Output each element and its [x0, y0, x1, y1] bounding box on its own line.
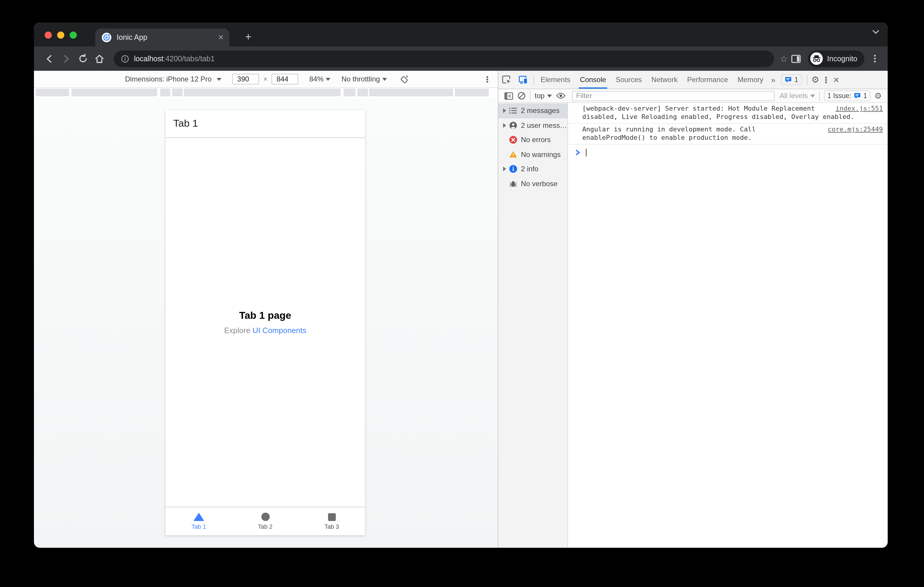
devtools-tab-performance[interactable]: Performance [682, 71, 733, 89]
disclosure-triangle-icon[interactable] [503, 167, 506, 172]
console-prompt[interactable] [568, 145, 888, 156]
console-issue-count: 1 [863, 92, 867, 99]
site-info-icon[interactable] [121, 54, 129, 63]
devtools-tab-memory[interactable]: Memory [733, 71, 768, 89]
console-message-text: [webpack-dev-server] Server started: Hot… [582, 105, 854, 120]
tab-title: Ionic App [117, 33, 218, 42]
log-levels-select[interactable]: All levels [780, 92, 815, 100]
new-tab-button[interactable]: + [240, 28, 257, 45]
text-cursor [586, 149, 586, 156]
console-settings-icon[interactable]: ⚙ [874, 91, 882, 100]
devtools-tab-elements[interactable]: Elements [536, 71, 575, 89]
media-query-segment [343, 89, 355, 96]
home-button[interactable] [91, 50, 108, 67]
app-header-title: Tab 1 [173, 118, 198, 130]
more-tabs-chevron[interactable]: » [768, 75, 778, 84]
console-sidebar-item[interactable]: No verbose [498, 176, 568, 191]
media-query-segment [160, 89, 170, 96]
console-sidebar-item[interactable]: 2 info [498, 162, 568, 176]
device-width-input[interactable] [233, 74, 259, 84]
tab-close-icon[interactable]: ✕ [218, 33, 224, 42]
reload-button[interactable] [74, 50, 91, 67]
console-sidebar-item[interactable]: 2 user messages [498, 118, 568, 133]
devtools-settings-icon[interactable]: ⚙ [812, 74, 820, 85]
disclosure-triangle-icon[interactable] [503, 109, 506, 113]
device-dimensions-select[interactable]: Dimensions: iPhone 12 Pro [125, 75, 222, 83]
traffic-lights [45, 31, 77, 39]
device-toolbar-menu-icon[interactable] [487, 78, 488, 80]
console-source-link[interactable]: index.js:551 [836, 105, 883, 113]
live-expression-eye-icon[interactable] [554, 90, 567, 102]
console-filter-input[interactable] [572, 91, 775, 101]
media-query-segment [36, 89, 69, 96]
app-tab-tab1[interactable]: Tab 1 [165, 507, 232, 535]
sidebar-item-label: No verbose [521, 179, 568, 188]
device-zoom-select[interactable]: 84% [309, 75, 331, 83]
device-throttling-select[interactable]: No throttling [342, 75, 387, 83]
url-host: localhost [134, 54, 163, 63]
console-issues-button[interactable]: 1 Issue: 1 [824, 90, 871, 101]
disclosure-spacer [503, 181, 506, 186]
devtools-panel: ElementsConsoleSourcesNetworkPerformance… [498, 71, 888, 548]
devtools-tab-console[interactable]: Console [575, 71, 611, 89]
clear-console-icon[interactable] [515, 90, 528, 102]
console-sidebar-item[interactable]: 2 messages [498, 104, 568, 118]
sidebar-item-label: 2 user messages [521, 121, 568, 130]
device-dimensions-label: Dimensions: iPhone 12 Pro [125, 75, 212, 83]
console-sidebar-toggle-icon[interactable] [502, 90, 515, 102]
devtools-close-icon[interactable]: ✕ [833, 75, 840, 84]
forward-button[interactable] [58, 50, 74, 67]
browser-window: Ionic App ✕ + [34, 23, 888, 548]
sidebar-item-label: No warnings [521, 150, 568, 159]
ui-components-link[interactable]: UI Components [252, 326, 306, 335]
triangle-icon [193, 513, 204, 521]
tab-search-chevron-icon[interactable] [872, 30, 879, 35]
app-tab-tab3[interactable]: Tab 3 [299, 507, 365, 535]
log-levels-label: All levels [780, 92, 808, 100]
sidebar-item-label: 2 info [521, 165, 568, 173]
console-source-link[interactable]: core.mjs:25449 [828, 125, 883, 133]
app-page-title: Tab 1 page [165, 310, 365, 322]
browser-tab[interactable]: Ionic App ✕ [95, 28, 229, 46]
app-tab-label: Tab 3 [325, 523, 339, 529]
back-button[interactable] [41, 50, 58, 67]
incognito-label: Incognito [827, 54, 857, 63]
console-sidebar: 2 messages2 user messagesNo errorsNo war… [498, 103, 568, 548]
console-sidebar-item[interactable]: No errors [498, 133, 568, 147]
devtools-issues-badge[interactable]: 1 [781, 74, 802, 85]
toggle-device-toolbar-icon[interactable] [515, 72, 532, 87]
rotate-device-icon[interactable] [399, 74, 408, 84]
console-sidebar-item[interactable]: No warnings [498, 147, 568, 162]
issues-icon [854, 92, 861, 99]
info-icon [509, 165, 517, 173]
error-icon [509, 136, 517, 144]
console-context-select[interactable]: top [535, 92, 552, 100]
media-query-ruler[interactable] [34, 88, 498, 97]
app-header: Tab 1 [165, 110, 365, 138]
disclosure-triangle-icon[interactable] [503, 123, 506, 128]
zoom-window-button[interactable] [70, 31, 77, 39]
console-message: core.mjs:25449Angular is running in deve… [568, 124, 888, 145]
media-query-segment [71, 89, 157, 96]
device-height-input[interactable] [272, 74, 299, 84]
close-window-button[interactable] [45, 31, 52, 39]
main-area: Dimensions: iPhone 12 Pro × 84% No throt… [34, 71, 888, 548]
url-bar[interactable]: localhost:4200/tabs/tab1 [114, 50, 774, 67]
sidebar-item-label: 2 messages [521, 107, 568, 115]
device-toolbar: Dimensions: iPhone 12 Pro × 84% No throt… [34, 71, 498, 88]
minimize-window-button[interactable] [57, 31, 64, 39]
app-tab-tab2[interactable]: Tab 2 [232, 507, 298, 535]
console-body: 2 messages2 user messagesNo errorsNo war… [498, 103, 888, 548]
devtools-tab-sources[interactable]: Sources [611, 71, 647, 89]
ionic-favicon-icon [102, 33, 111, 42]
sidebar-item-label: No errors [521, 136, 568, 144]
verbose-icon [509, 179, 517, 188]
side-panel-icon[interactable] [788, 50, 805, 67]
inspect-element-icon[interactable] [498, 72, 515, 87]
media-query-segment [455, 89, 489, 96]
bookmark-star-icon[interactable]: ☆ [780, 53, 788, 64]
devtools-menu-icon[interactable] [825, 79, 827, 81]
devtools-tab-network[interactable]: Network [647, 71, 682, 89]
chevron-down-icon [382, 77, 387, 81]
browser-menu-icon[interactable] [874, 58, 876, 59]
